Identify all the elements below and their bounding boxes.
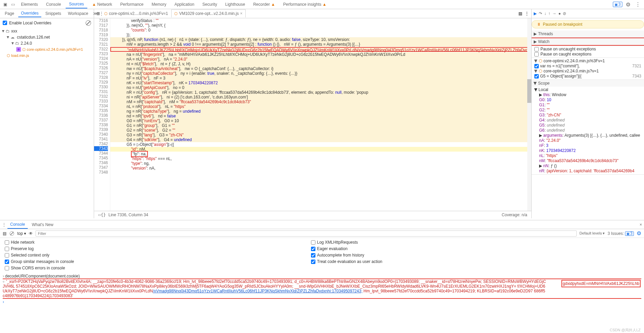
block-icon[interactable]: [86, 20, 91, 26]
console-filter-input[interactable]: [36, 230, 577, 237]
context-dropdown[interactable]: top ▾: [17, 231, 26, 236]
close-icon[interactable]: ×: [640, 222, 642, 227]
scope-variable[interactable]: nM: "ffccaa537da544269b4c9c1dc84dcb73": [539, 158, 641, 163]
subtab-overrides[interactable]: Overrides: [18, 10, 41, 17]
tree-file-1[interactable]: core-optimi.v2.24.0.min.js%3Fv=1: [2, 46, 92, 52]
subtab-page[interactable]: Page: [2, 10, 17, 17]
console-setting[interactable]: Group similar messages in console: [5, 259, 74, 264]
cursor-position: Line 7336, Column 34: [108, 213, 148, 217]
resume-icon[interactable]: ▶: [534, 11, 537, 16]
breakpoint-line[interactable]: G5 = Object["assign"]({ 7343: [534, 74, 641, 79]
nav-expand-icon[interactable]: ⊞: [95, 10, 101, 17]
scope-variable[interactable]: nL: "https": [539, 153, 641, 158]
tab-console[interactable]: Console: [43, 1, 64, 8]
tab-elements[interactable]: Elements: [18, 1, 41, 8]
tab-memory[interactable]: Memory: [148, 1, 170, 8]
tab-network[interactable]: ▲ Network: [89, 1, 115, 8]
code-scrollbar[interactable]: [527, 18, 531, 211]
kebab-icon[interactable]: ⋮: [524, 10, 530, 17]
settings-icon[interactable]: ⚙: [624, 1, 632, 8]
list-icon[interactable]: ▤: [517, 10, 523, 17]
scope-local[interactable]: ▶ Local: [534, 87, 641, 92]
scope-variable[interactable]: nK: 1703494220872: [539, 148, 641, 153]
js-file-icon: [174, 12, 178, 16]
enable-local-overrides-checkbox[interactable]: [3, 21, 7, 25]
subtab-workspace[interactable]: Workspace: [65, 10, 91, 17]
scope-variable[interactable]: nF: 3: [539, 143, 641, 148]
coverage-label: Coverage: n/a: [502, 213, 527, 217]
levels-dropdown[interactable]: Default levels ▾: [579, 231, 605, 236]
deactivate-breakpoints-icon[interactable]: ●: [558, 11, 561, 16]
scope-variable[interactable]: G2: "": [539, 108, 641, 113]
pretty-print-icon[interactable]: {}: [101, 213, 106, 217]
scope-variable[interactable]: nA: "2.24.0": [539, 138, 641, 143]
scope-variable[interactable]: ▶ this: Window: [539, 92, 641, 97]
console-setting[interactable]: Hide network: [5, 240, 74, 245]
subtab-snippets[interactable]: Snippets: [43, 10, 64, 17]
tree-version[interactable]: ▶🗀 2.24.0: [2, 40, 92, 46]
console-setting[interactable]: Eager evaluation: [311, 246, 382, 251]
watch-header[interactable]: ▶ Watch: [532, 38, 644, 46]
scope-variable[interactable]: G5: undefined: [539, 123, 641, 128]
console-setting[interactable]: Treat code evaluation as user action: [311, 259, 382, 264]
issues-link[interactable]: 3 Issues: ▣ 3: [607, 231, 634, 236]
tab-sources[interactable]: Sources: [66, 0, 87, 8]
scope-header[interactable]: ▶ Scope: [532, 80, 644, 87]
step-into-icon[interactable]: ↓: [544, 11, 546, 16]
drawer-tab-console[interactable]: Console: [7, 221, 28, 229]
breakpoint-file[interactable]: ▶ ⬡ core-optimi.v2.24.0.min.js?v=1: [534, 69, 641, 74]
console-setting[interactable]: Selected context only: [5, 253, 74, 258]
scope-variable[interactable]: G6: undefined: [539, 128, 641, 133]
scope-variable[interactable]: ▶ nN: ƒ (): [539, 163, 641, 169]
kebab-icon[interactable]: ⋮: [634, 1, 642, 8]
issues-badge[interactable]: ▣3: [613, 2, 622, 7]
step-over-icon[interactable]: ↷: [539, 11, 542, 16]
console-setting[interactable]: Autocomplete from history: [311, 253, 382, 258]
gdx-highlight: gdxidpyhxdE=mMNrH\\VAxb61JKZ25\\Lhb: [561, 280, 641, 287]
editor-tab-1[interactable]: core-optimi.v2....0.min.js%3Fv=1: [102, 10, 171, 17]
tab-performance[interactable]: Performance: [117, 1, 147, 8]
scope-variable[interactable]: ▶ arguments: Arguments(3) [{…}, {…}, und…: [539, 133, 641, 138]
threads-header[interactable]: ▶ Threads: [532, 30, 644, 37]
console-setting[interactable]: Show CORS errors in console: [5, 266, 74, 270]
pause-exceptions-icon[interactable]: ⊘: [563, 11, 566, 16]
pause-caught-checkbox[interactable]: [534, 52, 539, 57]
paused-banner: ⏸Paused on breakpoint: [532, 20, 644, 28]
tab-lighthouse[interactable]: Lighthouse: [222, 1, 248, 8]
watermark: CSDN @局外人LZ: [610, 328, 641, 333]
settings-gear-icon[interactable]: ⚙: [637, 230, 641, 237]
inspect-element-icon[interactable]: ▣: [2, 2, 8, 7]
scope-variable[interactable]: G4: undefined: [539, 118, 641, 123]
eye-icon[interactable]: 👁: [29, 231, 33, 236]
close-icon[interactable]: ×: [240, 11, 243, 16]
tree-file-2[interactable]: load.min.js: [2, 52, 92, 59]
kebab-icon[interactable]: ⋮: [2, 222, 6, 227]
override-dot-icon: [16, 47, 21, 52]
console-command: ›decodeURIComponent(document.cookie): [3, 274, 641, 279]
breakpoint-file[interactable]: ▶ ⬡ core-optimi.v2.24.0.min.js%3Fv=1: [534, 59, 641, 64]
scope-variable[interactable]: G3: "zh-CN": [539, 113, 641, 118]
clear-console-icon[interactable]: [10, 231, 14, 236]
console-setting[interactable]: Log XMLHttpRequests: [311, 240, 382, 245]
tree-domain[interactable]: ▶cstaticdun.126.net: [2, 34, 92, 40]
step-icon[interactable]: →: [552, 11, 556, 16]
enable-local-overrides-label: Enable Local Overrides: [9, 21, 51, 25]
console-setting[interactable]: Preserve log: [5, 246, 74, 251]
editor-tab-2[interactable]: VM1029 core-opt...v2.24.0.min.js ×: [171, 9, 245, 18]
tab-recorder[interactable]: Recorder ▲: [250, 1, 279, 8]
tab-perf-insights[interactable]: Performance insights ▲: [280, 1, 330, 8]
pause-uncaught-checkbox[interactable]: [534, 47, 539, 51]
tab-application[interactable]: Application: [171, 1, 198, 8]
breakpoint-line[interactable]: var ns = n1["commit"], 7321: [534, 64, 641, 69]
step-out-icon[interactable]: ↑: [548, 11, 550, 16]
tab-security[interactable]: Security: [199, 1, 220, 8]
device-toolbar-icon[interactable]: ▭: [10, 2, 16, 7]
scope-variable[interactable]: nR: {apiVersion: 1, captchaId: 'ffccaa53…: [539, 169, 641, 174]
tree-root[interactable]: ▶🗀 xxx: [2, 28, 92, 34]
sidebar-icon[interactable]: ▤: [3, 231, 6, 236]
console-prompt[interactable]: ›: [3, 299, 641, 305]
scope-variable[interactable]: G0: 10: [539, 97, 641, 103]
drawer-tab-whatsnew[interactable]: What's New: [29, 221, 56, 228]
scope-variable[interactable]: G1: "": [539, 103, 641, 108]
js-file-icon: [104, 12, 108, 16]
